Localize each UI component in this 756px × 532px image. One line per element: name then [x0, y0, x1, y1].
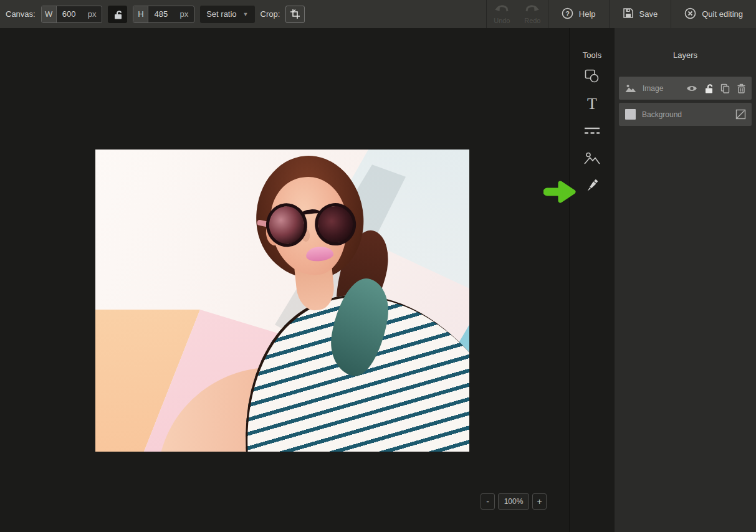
lines-tool[interactable] — [581, 122, 603, 142]
background-color-swatch — [625, 109, 636, 120]
zoom-level: 100% — [498, 493, 529, 510]
layer-name: Background — [642, 110, 735, 119]
save-icon — [623, 7, 634, 21]
main-workspace: - 100% + Tools T — [0, 28, 756, 532]
image-editor-app: Canvas: W px H px Set r — [0, 0, 756, 532]
tools-panel-title: Tools — [583, 50, 601, 60]
shapes-icon — [583, 67, 601, 87]
canvas-area[interactable]: - 100% + — [0, 28, 569, 532]
image-icon — [583, 151, 601, 168]
crop-icon — [290, 9, 300, 19]
layer-actions — [686, 83, 746, 93]
unlock-icon[interactable] — [704, 83, 714, 93]
canvas-label: Canvas: — [6, 9, 36, 19]
zoom-out-button[interactable]: - — [481, 493, 495, 510]
eyedropper-tool[interactable] — [581, 177, 603, 197]
help-label: Help — [579, 9, 596, 19]
save-label: Save — [639, 9, 658, 19]
shapes-tool[interactable] — [581, 67, 603, 87]
canvas-image[interactable] — [95, 150, 469, 452]
zoom-control: - 100% + — [481, 493, 547, 510]
quit-editing-label: Quit editing — [702, 9, 743, 19]
layer-name: Image — [643, 84, 686, 93]
height-unit: px — [178, 9, 194, 19]
delete-icon[interactable] — [737, 83, 746, 93]
image-layer-thumbnail-icon — [625, 84, 636, 93]
set-ratio-dropdown[interactable]: Set ratio ▼ — [200, 6, 254, 23]
layer-row-image[interactable]: Image — [619, 77, 752, 100]
redo-icon — [525, 4, 540, 16]
svg-text:?: ? — [565, 9, 570, 17]
width-group: W px — [41, 6, 103, 23]
text-icon: T — [584, 95, 600, 115]
svg-text:T: T — [587, 95, 597, 112]
unlock-icon — [112, 9, 123, 20]
sunglasses-left-lens — [264, 201, 309, 249]
duplicate-icon[interactable] — [720, 83, 730, 93]
layers-panel-title: Layers — [673, 50, 697, 60]
zoom-in-button[interactable]: + — [532, 493, 547, 510]
aspect-lock-button[interactable] — [108, 6, 127, 23]
height-label: H — [133, 6, 148, 22]
image-tool[interactable] — [581, 150, 603, 169]
height-input[interactable] — [148, 6, 178, 22]
visibility-icon[interactable] — [686, 85, 697, 92]
layers-panel: Layers Image — [615, 28, 756, 532]
undo-label: Undo — [494, 17, 510, 24]
layer-actions — [735, 109, 746, 120]
undo-icon — [494, 4, 509, 16]
canvas-size-controls: Canvas: W px H px Set r — [0, 6, 305, 23]
toolbar-actions: Undo Redo ? Help — [486, 0, 756, 28]
layer-row-background[interactable]: Background — [619, 103, 752, 126]
model-sunglasses — [262, 192, 362, 256]
eyedropper-icon — [584, 177, 600, 197]
set-ratio-label: Set ratio — [206, 9, 236, 19]
save-button[interactable]: Save — [610, 0, 671, 28]
transparent-color-icon[interactable] — [735, 109, 746, 120]
redo-button[interactable]: Redo — [517, 0, 548, 28]
tutorial-arrow — [543, 179, 578, 207]
width-unit: px — [87, 9, 102, 19]
lines-icon — [583, 126, 601, 138]
sunglasses-right-lens — [313, 201, 358, 248]
help-button[interactable]: ? Help — [548, 0, 609, 28]
crop-button[interactable] — [285, 6, 305, 23]
help-icon: ? — [562, 7, 573, 21]
top-toolbar: Canvas: W px H px Set r — [0, 0, 756, 28]
width-label: W — [42, 6, 57, 22]
text-tool[interactable]: T — [581, 95, 603, 115]
width-input[interactable] — [57, 6, 87, 22]
close-circle-icon — [684, 7, 696, 21]
crop-label: Crop: — [261, 9, 280, 19]
height-group: H px — [133, 6, 194, 23]
tools-panel: Tools T — [569, 28, 615, 532]
redo-label: Redo — [524, 17, 540, 24]
quit-editing-button[interactable]: Quit editing — [671, 0, 756, 28]
undo-button[interactable]: Undo — [487, 0, 517, 28]
chevron-down-icon: ▼ — [243, 11, 249, 17]
